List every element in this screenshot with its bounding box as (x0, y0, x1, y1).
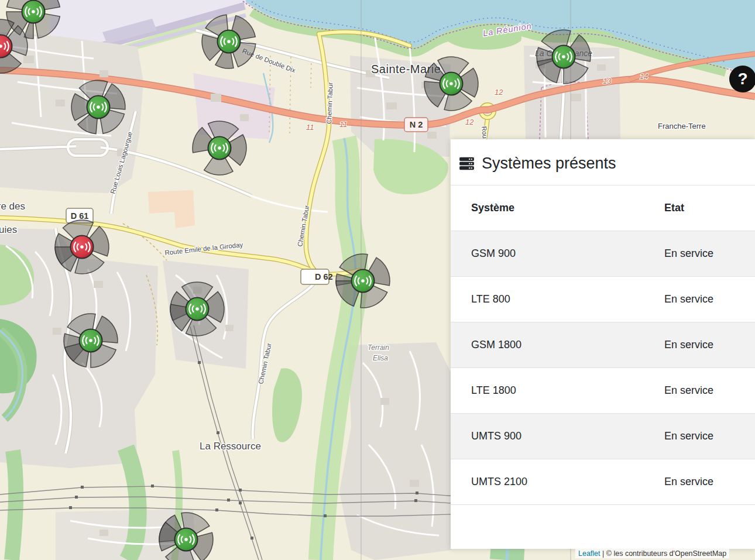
urban-area (339, 342, 452, 560)
km-marker: 13 (603, 77, 612, 85)
table-header-row: Système Etat (451, 185, 755, 231)
system-name: LTE 1800 (451, 368, 644, 414)
system-status: En service (644, 231, 755, 277)
km-marker: 12 (465, 118, 474, 126)
systems-panel: Systèmes présents Système Etat GSM 900 E… (451, 139, 755, 549)
antenna-marker[interactable] (55, 220, 109, 274)
table-row: LTE 800 En service (451, 277, 755, 322)
antenna-marker[interactable] (336, 254, 390, 308)
km-marker: 12 (495, 88, 503, 97)
system-status: En service (644, 368, 755, 414)
system-status: En service (644, 277, 755, 322)
system-status: En service (644, 459, 755, 505)
attribution-separator: | (602, 549, 604, 558)
system-status: En service (644, 322, 755, 368)
svg-text:D 61: D 61 (71, 211, 89, 221)
server-icon (459, 156, 475, 171)
table-row: UMTS 2100 En service (451, 459, 755, 505)
help-button[interactable]: ? (729, 66, 755, 92)
antenna-marker[interactable] (537, 30, 591, 84)
label-franche-terre: Franche-Terre (658, 122, 706, 130)
road-shield-n2: N 2 (404, 118, 428, 132)
system-name: UMTS 2100 (451, 459, 644, 505)
osm-credit: © les contributeurs d'OpenStreetMap (606, 549, 726, 558)
label-riviere-des-pluies-2: Pluies (0, 224, 17, 235)
systems-table: Système Etat GSM 900 En service LTE 800 … (451, 185, 755, 505)
street-route-fragment: Rou (481, 126, 489, 139)
km-marker: 11 (339, 120, 348, 129)
column-header-systeme: Système (451, 185, 644, 231)
map-application: { "map": { "colors": { "water": "#abd4e0… (0, 0, 755, 560)
road-shield-d62: D 62 (301, 269, 333, 284)
column-header-etat: Etat (644, 185, 755, 231)
table-row: GSM 900 En service (451, 231, 755, 277)
svg-text:N 2: N 2 (410, 120, 423, 129)
system-status: En service (644, 414, 755, 459)
system-name: UMTS 900 (451, 414, 644, 459)
street-chemin-tabur: Chemin Tabur (325, 82, 334, 124)
table-row: GSM 1800 En service (451, 322, 755, 368)
panel-title-row: Systèmes présents (451, 139, 755, 173)
km-marker: 14 (640, 72, 648, 81)
table-row: UMTS 900 En service (451, 414, 755, 459)
svg-text:D 62: D 62 (315, 272, 333, 281)
system-name: GSM 1800 (451, 322, 644, 368)
label-terrain: Terrain (368, 343, 389, 352)
label-elisa: Elisa (373, 354, 388, 362)
table-row: LTE 1800 En service (451, 368, 755, 414)
system-name: GSM 900 (451, 231, 644, 277)
help-button-label: ? (737, 70, 747, 88)
system-name: LTE 800 (451, 277, 644, 322)
panel-title: Systèmes présents (482, 154, 616, 173)
vegetation-strip (12, 451, 16, 560)
map-attribution: Leaflet | © les contributeurs d'OpenStre… (575, 549, 729, 558)
label-riviere-des-pluies-1: Rivière des (0, 201, 25, 212)
label-la-ressource: La Ressource (200, 441, 261, 452)
km-marker: 11 (306, 123, 314, 132)
antenna-marker[interactable] (64, 314, 118, 367)
leaflet-link[interactable]: Leaflet (578, 549, 600, 558)
